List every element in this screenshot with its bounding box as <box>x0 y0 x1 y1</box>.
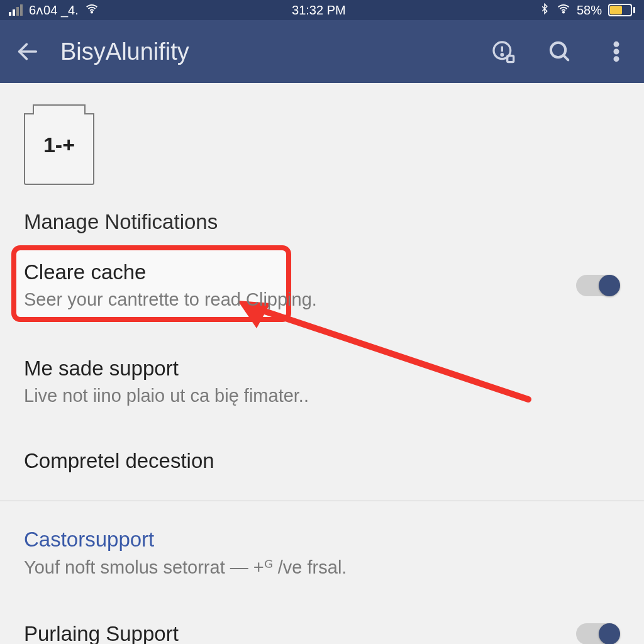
battery-percent: 58% <box>577 3 602 18</box>
wifi-icon <box>85 2 99 19</box>
setting-subtitle: Youf noft smolus setorrat — +ᴳ /ve frsal… <box>24 557 620 578</box>
search-button[interactable] <box>546 38 574 65</box>
wifi-icon-2 <box>557 2 570 19</box>
setting-title: Purlaing Support <box>24 622 576 644</box>
setting-purlaing-support[interactable]: Purlaing Support <box>24 607 620 644</box>
battery-icon <box>608 4 635 16</box>
document-thumbnail[interactable]: 1-+ <box>24 104 94 185</box>
setting-title: Cleare cache <box>24 260 576 284</box>
app-bar-actions <box>489 38 630 65</box>
svg-point-10 <box>614 49 618 53</box>
toggle-purlaing-support[interactable] <box>576 623 620 644</box>
svg-point-0 <box>91 11 92 13</box>
setting-subtitle: Live not iino plaio ut ca bię fimater.. <box>24 386 620 406</box>
document-thumbnail-label: 1-+ <box>43 133 75 157</box>
svg-line-8 <box>564 55 569 60</box>
setting-title: Castorsupport <box>24 528 620 552</box>
svg-point-11 <box>614 57 618 61</box>
status-right: 58% <box>539 2 635 19</box>
more-menu-button[interactable] <box>602 38 630 65</box>
svg-point-5 <box>501 54 503 56</box>
setting-clear-cache[interactable]: Cleare cache Seer your cantrette to read… <box>24 245 620 325</box>
content: 1-+ Manage Notifications Cleare cache Se… <box>0 83 644 644</box>
carrier-text: 6ᴧ04 _4. <box>29 3 79 18</box>
bluetooth-icon <box>539 3 550 18</box>
setting-compretel-decestion[interactable]: Compretel decestion <box>24 434 620 494</box>
svg-point-9 <box>614 42 618 47</box>
divider <box>0 501 644 501</box>
alert-icon[interactable] <box>489 38 517 65</box>
setting-subtitle: Seer your cantrette to read Clipping. <box>24 289 576 310</box>
status-time: 31:32 PM <box>292 3 346 18</box>
svg-rect-6 <box>508 56 514 62</box>
setting-castorsupport[interactable]: Castorsupport Youf noft smolus setorrat … <box>24 513 620 593</box>
status-bar: 6ᴧ04 _4. 31:32 PM 58% <box>0 0 644 20</box>
svg-point-1 <box>563 11 564 13</box>
setting-title: Me sade support <box>24 357 620 380</box>
page-title: BisyAlunifity <box>60 38 470 65</box>
back-button[interactable] <box>14 38 42 65</box>
setting-title: Compretel decestion <box>24 449 620 473</box>
setting-me-sade-support[interactable]: Me sade support Live not iino plaio ut c… <box>24 341 620 421</box>
status-left: 6ᴧ04 _4. <box>9 2 99 19</box>
signal-icon <box>9 4 23 16</box>
section-header: Manage Notifications <box>24 210 620 234</box>
app-bar: BisyAlunifity <box>0 20 644 83</box>
screen: 6ᴧ04 _4. 31:32 PM 58% BisyAlunifity <box>0 0 644 644</box>
toggle-clear-cache[interactable] <box>576 275 620 296</box>
